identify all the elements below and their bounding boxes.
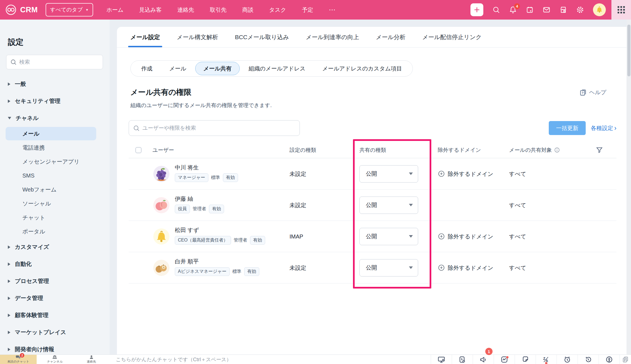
nav-item-deals[interactable]: 商談	[242, 6, 253, 14]
tab-bcc-dropbox[interactable]: BCCメール取り込み	[235, 27, 289, 47]
tab-deliverability[interactable]: メール到達率の向上	[306, 27, 359, 47]
sidebar-item-marketplace[interactable]: マーケットプレイス	[0, 324, 110, 341]
megaphone-badge: 1	[485, 348, 493, 355]
subtab-custom-email-fields[interactable]: メールアドレスのカスタム項目	[314, 65, 410, 72]
sidebar-item-chat[interactable]: チャット	[0, 211, 110, 224]
nav-item-contacts[interactable]: 連絡先	[177, 6, 194, 14]
alarm-clock-icon[interactable]	[557, 355, 578, 364]
chat-tabs: 2 未読のチャット チャンネル 連絡先	[0, 355, 110, 364]
chat-tab-channels[interactable]: チャンネル	[37, 355, 73, 364]
sidebar-item-telephony[interactable]: 電話連携	[0, 141, 110, 155]
nav-item-accounts[interactable]: 取引先	[210, 6, 227, 14]
chat-hint-text[interactable]: こちらがかんたんチャットです（Ctrl＋スペース）	[116, 356, 231, 363]
page-scrollbar[interactable]	[627, 20, 631, 354]
sidebar-item-cx-management[interactable]: 顧客体験管理	[0, 307, 110, 324]
marketplace-store-icon[interactable]	[559, 6, 567, 14]
chat-bottom-bar: 2 未読のチャット チャンネル 連絡先 こちらがかんたんチャットです（Ctrl＋…	[0, 354, 631, 364]
svg-text:Z: Z	[543, 357, 545, 361]
sidebar-search-input[interactable]	[6, 55, 103, 69]
utility-icons: ZA	[431, 355, 631, 364]
setting-type-value: IMAP	[289, 233, 303, 240]
share-type-select[interactable]: 公開	[359, 197, 418, 214]
nav-item-events[interactable]: 予定	[302, 6, 313, 14]
email-sharing-table: ユーザー 設定の種類 共有の種類 除外するドメイン メールの共有対象 中川 将生…	[129, 142, 616, 283]
status-badge: 有効	[209, 205, 224, 213]
bulk-update-button[interactable]: 一括更新	[549, 121, 586, 135]
person-icon	[89, 355, 94, 359]
sidebar-search	[6, 55, 103, 69]
info-icon[interactable]	[554, 147, 560, 153]
sidebar-item-developer-space[interactable]: 開発者向け情報	[0, 341, 110, 354]
sidebar-item-sms[interactable]: SMS	[0, 169, 110, 183]
sidebar-item-general[interactable]: 一般	[0, 75, 110, 93]
share-type-select[interactable]: 公開	[359, 228, 418, 245]
people-icon	[52, 355, 57, 359]
quick-create-button[interactable]	[470, 3, 483, 16]
page-title: メール共有の権限	[130, 87, 191, 97]
accessibility-icon[interactable]	[599, 355, 620, 364]
help-label: ヘルプ	[589, 89, 606, 96]
profile-tag: 管理者	[234, 237, 247, 243]
tab-email-settings[interactable]: メール設定	[130, 27, 160, 47]
history-icon[interactable]	[578, 355, 599, 364]
sidebar-item-messenger-apps[interactable]: メッセンジャーアプリ	[0, 155, 110, 169]
translate-icon[interactable]: ZA	[536, 355, 557, 364]
app-launcher-grid-icon[interactable]	[611, 0, 631, 20]
exclude-domain-link[interactable]: 除外するドメイン	[438, 170, 493, 178]
nav-item-home[interactable]: ホーム	[107, 6, 124, 14]
user-avatar[interactable]	[593, 3, 606, 16]
help-link[interactable]: ? ヘルプ	[579, 89, 606, 96]
tab-email-analytics[interactable]: メール分析	[376, 27, 406, 47]
subtab-compose[interactable]: 作成	[133, 65, 161, 72]
sidebar-item-data-administration[interactable]: データ管理	[0, 290, 110, 307]
permission-search-input[interactable]	[129, 120, 300, 136]
user-name[interactable]: 松田 すず	[175, 226, 199, 234]
sidebar-item-channels[interactable]: チャネル	[0, 110, 110, 127]
tab-email-parser[interactable]: メール構文解析	[177, 27, 218, 47]
sidebar-item-portal[interactable]: ポータル	[0, 224, 110, 238]
sidebar-item-automation[interactable]: 自動化	[0, 256, 110, 273]
user-name[interactable]: 伊藤 紬	[175, 195, 193, 203]
misc-settings-link[interactable]: 各種設定 ›	[591, 124, 616, 132]
megaphone-icon[interactable]	[473, 355, 494, 364]
mail-icon[interactable]	[543, 6, 550, 14]
settings-gear-icon[interactable]	[576, 6, 584, 14]
sidebar-item-social[interactable]: ソーシャル	[0, 197, 110, 211]
sidebar-item-customization[interactable]: カスタマイズ	[0, 238, 110, 256]
chevron-down-icon	[409, 266, 413, 269]
search-icon[interactable]	[492, 6, 500, 14]
copy-clipboard-icon[interactable]	[620, 355, 631, 364]
share-type-select[interactable]: 公開	[359, 259, 418, 276]
guided-setup-icon[interactable]	[452, 355, 473, 364]
sticky-notes-icon[interactable]	[515, 355, 536, 364]
chat-tab-contacts[interactable]: 連絡先	[73, 355, 110, 364]
sidebar-item-webforms[interactable]: Webフォーム	[0, 183, 110, 197]
filter-funnel-icon[interactable]	[596, 146, 603, 154]
signals-icon[interactable]	[494, 355, 515, 364]
chat-tab-unread[interactable]: 2 未読のチャット	[0, 355, 37, 364]
app-brand: CRM	[5, 4, 38, 16]
tab-unsubscribe-link[interactable]: メール配信停止リンク	[422, 27, 482, 47]
tab-selector-dropdown[interactable]: すべてのタブ ▼	[46, 3, 93, 16]
exclude-domain-link[interactable]: 除外するドメイン	[438, 233, 493, 240]
select-all-checkbox[interactable]	[135, 147, 142, 153]
sidebar-item-email[interactable]: メール	[0, 127, 110, 141]
share-type-select[interactable]: 公開	[359, 165, 418, 183]
user-name[interactable]: 中川 将生	[175, 164, 199, 171]
col-share-type: 共有の種類	[359, 146, 386, 154]
nav-item-tasks[interactable]: タスク	[269, 6, 286, 14]
nav-more-icon[interactable]: ⋯	[329, 6, 336, 14]
page-scrollbar-thumb[interactable]	[627, 25, 630, 76]
sidebar-item-security[interactable]: セキュリティ管理	[0, 93, 110, 110]
sidebar-item-process-management[interactable]: プロセス管理	[0, 273, 110, 290]
calendar-icon[interactable]	[526, 6, 534, 14]
subtab-email-sharing[interactable]: メール共有	[195, 62, 240, 75]
subtab-org-emails[interactable]: 組織のメールアドレス	[240, 65, 314, 72]
user-name[interactable]: 白井 順平	[175, 258, 199, 265]
circle-plus-icon	[438, 264, 445, 271]
exclude-domain-link[interactable]: 除外するドメイン	[438, 264, 493, 271]
screen-share-icon[interactable]	[431, 355, 452, 364]
subtab-email[interactable]: メール	[161, 65, 195, 72]
notifications-bell-icon[interactable]: 4	[509, 6, 517, 14]
nav-item-leads[interactable]: 見込み客	[139, 6, 162, 14]
